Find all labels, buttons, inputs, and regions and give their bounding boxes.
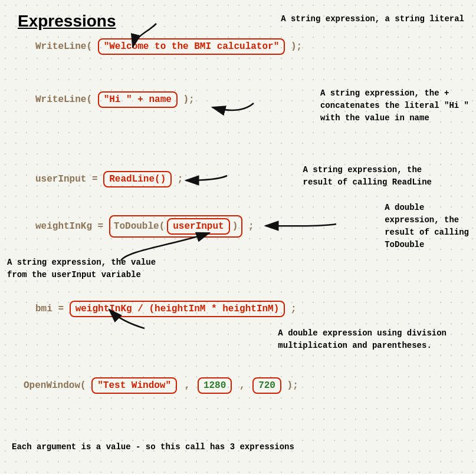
row6-comma2: , [239, 380, 245, 391]
row1-before: WriteLine( [35, 41, 92, 52]
row6-before: OpenWindow( [24, 380, 86, 391]
row6-highlighted3: 720 [252, 377, 281, 394]
row3-after: ; [178, 174, 183, 185]
row4-highlighted: userInput [167, 218, 229, 235]
row4-code: weightInKg = ToDouble( userInput ) ; [35, 215, 254, 238]
row4-right-annotation: A double expression, the result of calli… [385, 202, 469, 251]
row6-after: ); [287, 380, 298, 391]
row4-outer-close: ) [232, 221, 238, 232]
row3-before: userInput = [35, 174, 98, 185]
page-title: Expressions [18, 12, 116, 31]
row4-after: ; [248, 221, 254, 232]
row6-highlighted2: 1280 [198, 377, 232, 394]
row4-outer-open: ToDouble( [114, 221, 165, 232]
row1-after: ); [291, 41, 302, 52]
row5-code: bmi = weightInKg / (heightInM * heightIn… [35, 301, 297, 317]
row5-before: bmi = [35, 304, 64, 314]
row3-highlighted: ReadLine() [103, 171, 172, 187]
row2-after: ); [183, 94, 194, 105]
row5-highlighted: weightInKg / (heightInM * heightInM) [70, 301, 285, 317]
row6-highlighted1: "Test Window" [91, 377, 177, 394]
row3-annotation: A string expression, the result of calli… [303, 164, 432, 189]
row2-code: WriteLine( "Hi " + name ); [35, 91, 195, 108]
row6-comma1: , [185, 380, 191, 391]
row2-highlighted: "Hi " + name [98, 91, 178, 108]
row1-annotation: A string expression, a string literal [281, 13, 464, 25]
row2-annotation: A string expression, the + concatenates … [320, 87, 469, 124]
row4-before: weightInKg = [35, 221, 103, 232]
row6-annotation: Each argument is a value - so this call … [12, 441, 294, 453]
row6-code: OpenWindow( "Test Window" , 1280 , 720 )… [24, 377, 298, 394]
row1-highlighted: "Welcome to the BMI calculator" [98, 38, 285, 55]
row3-code: userInput = ReadLine() ; [35, 171, 183, 187]
row1-code: WriteLine( "Welcome to the BMI calculato… [35, 38, 302, 55]
row2-before: WriteLine( [35, 94, 92, 105]
row4-left-annotation: A string expression, the value from the … [7, 256, 156, 281]
row5-after: ; [291, 304, 297, 314]
row5-annotation: A double expression using division multi… [278, 327, 447, 352]
